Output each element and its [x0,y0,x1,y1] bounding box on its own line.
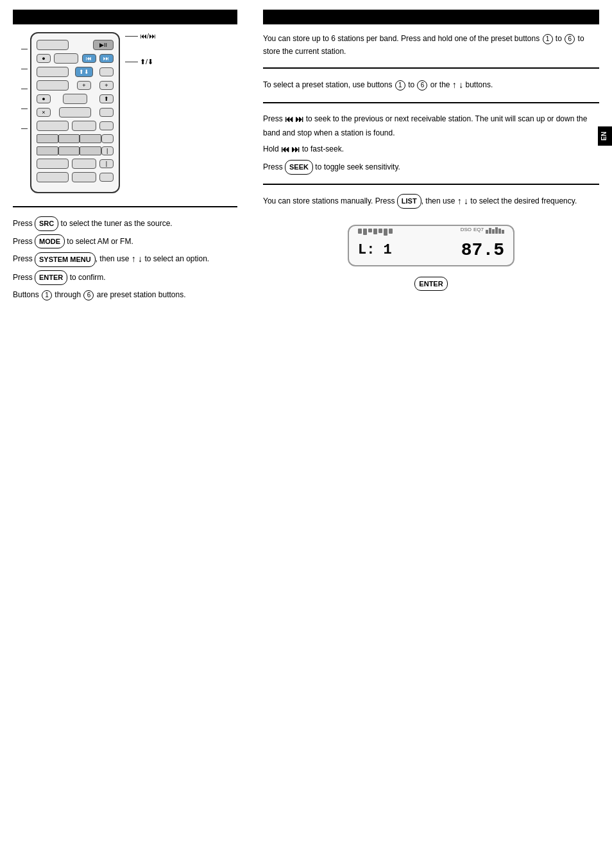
dso-bar-2 [489,228,491,234]
remote-row-bottom-1: | [37,159,114,169]
system-menu-btn-label: SYSTEM MENU [35,252,96,267]
freq-bars [358,229,393,236]
remote-bottom-btn3 [37,172,69,182]
circle-1: 1 [42,290,52,300]
remote-blank5 [99,108,114,117]
remote-preset-6 [80,146,101,155]
seek-para-1: Press ⏮ ⏭ to seek to the previous or nex… [263,112,599,139]
op-para-5: Buttons 1 through 6 are preset station b… [13,288,237,301]
store-circle-6: 6 [565,34,575,44]
sel-up-sym: ↑ [452,80,457,90]
right-column: EN You can store up to 6 stations per ba… [250,0,612,316]
divider-2 [263,67,599,69]
left-header-bar [13,10,237,24]
remote-preset-row-1 [37,134,114,143]
remote-x-btn: × [37,108,51,117]
remote-right-labels: ⏮/⏭ ⬆/⬇ [125,32,156,84]
remote-row-4: + + [37,80,114,91]
remote-row-7 [37,121,114,131]
remote-blank9 [101,134,114,143]
next-sym: ⏭ [295,114,303,124]
remote-blank11: | [99,159,114,168]
remote-bottom-btn1 [37,159,69,169]
remote-bottom-btn4 [72,172,96,182]
op-para-3: Press SYSTEM MENU, then use ↑ ↓ to selec… [13,252,237,267]
freq-bar-2 [363,229,367,235]
dso-bar-4 [495,227,498,234]
display-enter-label: ENTER [414,277,447,291]
remote-body: ▶II ● ⏮ ⏭ ⬆⬇ [30,32,120,193]
remote-blank10: | [101,146,114,155]
remote-preset-3 [80,134,101,143]
remote-row-6: × [37,107,114,117]
divider-3 [263,102,599,103]
seek-para-3: Press SEEK to toggle seek sensitivity. [263,160,599,175]
divider-1 [13,206,237,207]
divider-4 [263,184,599,185]
remote-row-1: ▶II [37,40,114,50]
list-btn-label: LIST [397,194,421,209]
display-left: L: 1 [358,229,393,262]
freq-bar-1 [358,229,362,234]
remote-row-2: ● ⏮ ⏭ [37,53,114,64]
selecting-section: To select a preset station, use buttons … [263,78,599,93]
side-tab: EN [598,126,612,146]
remote-up-btn: ⬆⬇ [75,67,93,77]
display-dso-eq: DSO EQ7 [461,225,504,234]
next-sym-2: ⏭ [291,144,300,154]
up-arrow-sym: ↑ [132,254,136,264]
right-header-bar [263,10,599,24]
remote-blank6 [37,121,69,131]
remote-play-btn: ▶II [93,40,114,50]
remote-label-updown: ⬆/⬇ [125,58,156,66]
updown-label-text: ⬆/⬇ [140,58,153,66]
remote-src-btn [63,94,87,104]
src-btn-label: SRC [35,216,58,231]
remote-voldown-btn: + [99,81,114,90]
dso-bar-6 [502,230,504,234]
circle-6: 6 [83,290,94,300]
op-para-1: Press SRC to select the tuner as the sou… [13,216,237,231]
remote-blank2 [99,67,114,76]
dso-bars [486,225,504,234]
down-arrow-sym: ↓ [138,254,142,264]
remote-src-indicator: ● [37,94,51,103]
remote-blank7 [72,121,96,131]
sel-down-sym: ↓ [459,80,463,90]
remote-dot-btn: ● [37,54,51,63]
sel-circle-6: 6 [417,80,427,91]
seeking-section: Press ⏮ ⏭ to seek to the previous or nex… [263,112,599,175]
prev-sym: ⏮ [285,114,293,124]
remote-preset-5 [58,146,80,155]
freq-bar-4 [373,229,377,234]
remote-blank1 [37,67,69,77]
left-column: ▶II ● ⏮ ⏭ ⬆⬇ [0,0,250,316]
remote-row-3: ⬆⬇ [37,67,114,77]
remote-display-btn [37,40,69,50]
freq-bar-7 [389,229,393,234]
display-frequency: 87.5 [461,235,504,266]
frequency-display: L: 1 DSO EQ7 [348,225,514,266]
remote-blank3 [37,80,69,91]
remote-bottom-btn2 [72,159,96,169]
op-para-2: Press MODE to select AM or FM. [13,234,237,249]
manual-down-sym: ↓ [464,196,468,206]
remote-left-labels [19,32,28,144]
page: ▶II ● ⏮ ⏭ ⬆⬇ [0,0,612,868]
remote-src-icon: ⬆ [99,94,114,103]
manual-up-sym: ↑ [457,196,462,206]
remote-volup-btn: + [77,81,91,90]
remote-label-5 [19,125,28,132]
remote-next-btn: ⏭ [99,54,114,63]
remote-preset-4 [37,146,58,155]
freq-bar-6 [384,229,387,236]
remote-illustration: ▶II ● ⏮ ⏭ ⬆⬇ [19,32,237,193]
operation-section: Press SRC to select the tuner as the sou… [13,216,237,301]
remote-label-2 [19,65,28,72]
manual-storing-section: You can store stations manually. Press L… [263,194,599,291]
seek-btn-label: SEEK [285,160,313,175]
freq-bar-3 [368,229,372,232]
remote-label-3 [19,85,28,92]
skip-label-text: ⏮/⏭ [140,32,156,40]
remote-preset-1 [37,134,58,143]
